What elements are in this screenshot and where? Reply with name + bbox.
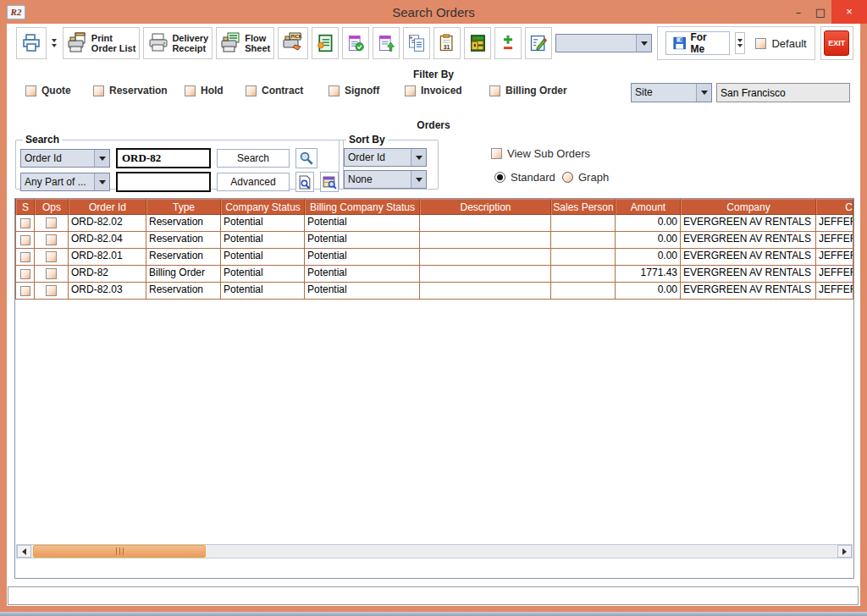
row-select-checkbox[interactable] [20,235,30,245]
column-header-type[interactable]: Type [146,199,221,215]
lock-order-button[interactable] [464,27,491,59]
combo-arrow-button[interactable] [94,150,109,167]
hold-checkbox[interactable] [185,85,196,96]
print-order-list-button[interactable]: PrintOrder List [63,27,141,59]
column-header-order-id[interactable]: Order Id [69,199,146,215]
new-order-button[interactable] [494,27,522,59]
printer-sheet-icon [220,32,242,54]
view-sub-orders-label: View Sub Orders [507,147,590,160]
scroll-left-button[interactable] [17,545,31,558]
grid-search-button[interactable] [320,172,339,192]
flow-sheet-button[interactable]: FlowSheet [216,27,274,59]
quote-checkbox[interactable] [25,85,36,96]
graph-option[interactable]: Graph [562,171,609,184]
column-header-company[interactable]: Company [681,199,816,215]
print-pick-list-button[interactable]: PICK [278,27,308,59]
column-header-ops[interactable]: Ops [35,199,69,215]
default-checkbox[interactable] [755,38,766,49]
order-profile-button[interactable] [312,27,339,59]
site-combobox[interactable]: Site [631,83,712,102]
site-value-input[interactable] [717,87,855,99]
exit-button[interactable]: EXIT [824,30,849,56]
filter-hold[interactable]: Hold [185,85,224,96]
search-text-input[interactable] [116,172,211,192]
upgrade-order-button[interactable] [373,27,400,59]
view-sub-orders-option[interactable]: View Sub Orders [491,147,590,160]
button-label-line: Receipt [172,43,208,53]
row-ops-checkbox[interactable] [46,217,57,228]
column-header-amount[interactable]: Amount [616,199,681,215]
save-options-button[interactable] [735,32,746,54]
sort-secondary-combobox[interactable]: None [344,170,427,189]
doc-search-button[interactable] [295,172,314,192]
table-row[interactable]: ORD-82.01 Reservation Potential Potentia… [15,249,853,266]
row-ops-checkbox[interactable] [46,234,57,245]
billing-order-label: Billing Order [505,85,567,96]
print-button[interactable] [16,27,47,59]
copy-order-button[interactable] [403,27,430,59]
combo-arrow-button[interactable] [411,171,426,188]
reservation-checkbox[interactable] [93,85,104,96]
quote-label: Quote [41,85,71,96]
standard-radio[interactable] [494,172,505,183]
filter-signoff[interactable]: Signoff [329,85,379,96]
invoiced-checkbox[interactable] [405,85,416,96]
filter-invoiced[interactable]: Invoiced [405,85,462,96]
row-select-checkbox[interactable] [20,218,30,228]
row-select-checkbox[interactable] [20,286,30,296]
standard-option[interactable]: Standard [494,171,555,184]
chevron-down-icon [52,44,57,47]
filter-reservation[interactable]: Reservation [93,85,168,96]
contract-label: Contract [262,85,303,96]
row-ops-checkbox[interactable] [46,285,57,296]
column-header-contact[interactable]: C [816,199,853,215]
view-sub-orders-checkbox[interactable] [491,148,502,159]
search-value-input[interactable] [116,148,211,168]
billing-order-checkbox[interactable] [489,85,500,96]
horizontal-scrollbar[interactable] [16,544,853,558]
scrollbar-thumb[interactable] [33,545,206,558]
search-field-combobox[interactable]: Order Id [20,149,110,168]
quick-search-button[interactable] [295,148,318,168]
row-select-checkbox[interactable] [20,252,30,262]
column-header-description[interactable]: Description [420,199,551,215]
contract-checkbox[interactable] [246,85,257,96]
table-row[interactable]: ORD-82.03 Reservation Potential Potentia… [15,283,853,300]
exit-panel: EXIT [820,26,853,60]
column-header-company-status[interactable]: Company Status [221,199,305,215]
description-cell [420,215,551,231]
table-row[interactable]: ORD-82.04 Reservation Potential Potentia… [15,232,853,249]
saved-search-combobox[interactable] [555,34,652,52]
row-select-checkbox[interactable] [20,269,30,279]
signoff-checkbox[interactable] [329,85,340,96]
column-header-s[interactable]: S [16,199,35,215]
filter-contract[interactable]: Contract [246,85,303,96]
for-me-button[interactable]: For Me [665,31,730,55]
title-bar[interactable]: R2 Search Orders – □ × [0,0,867,24]
delivery-receipt-button[interactable]: DeliveryReceipt [143,27,213,59]
row-ops-checkbox[interactable] [46,251,57,262]
printer-icon [147,32,169,54]
confirm-order-button[interactable] [342,27,369,59]
print-dropdown[interactable] [50,27,59,59]
scroll-right-button[interactable] [837,545,852,558]
advanced-button[interactable]: Advanced [217,173,290,191]
combo-arrow-button[interactable] [696,84,711,102]
column-header-billing-company-status[interactable]: Billing Company Status [305,199,420,215]
table-row[interactable]: ORD-82 Billing Order Potential Potential… [15,266,853,283]
combo-arrow-button[interactable] [411,149,426,166]
combo-arrow-button[interactable] [636,35,651,52]
site-search-field[interactable] [716,83,850,102]
graph-radio[interactable] [562,172,573,183]
calendar-button[interactable]: 31 [434,27,461,59]
search-button[interactable]: Search [217,149,290,168]
filter-billing-order[interactable]: Billing Order [489,85,567,96]
table-row[interactable]: ORD-82.02 Reservation Potential Potentia… [15,215,853,232]
search-mode-combobox[interactable]: Any Part of ... [20,173,110,191]
sort-primary-combobox[interactable]: Order Id [344,148,427,167]
row-ops-checkbox[interactable] [46,268,57,279]
filter-quote[interactable]: Quote [25,85,71,96]
combo-arrow-button[interactable] [94,173,109,190]
edit-order-button[interactable] [525,27,552,59]
column-header-sales-person[interactable]: Sales Person [551,199,616,215]
